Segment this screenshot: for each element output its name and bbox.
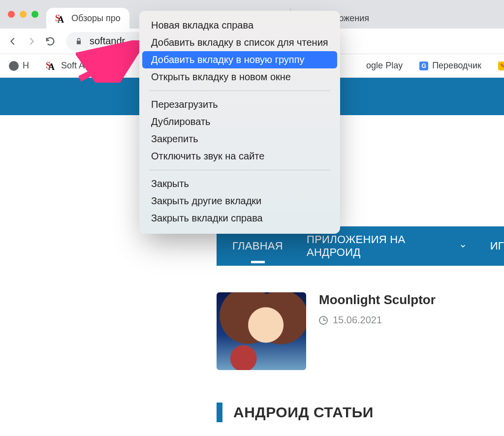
chevron-down-icon <box>459 242 467 250</box>
annotation-arrow <box>76 40 150 83</box>
window-controls <box>0 0 46 29</box>
ctx-close-others[interactable]: Закрыть другие вкладки <box>142 192 337 210</box>
tab-context-menu: Новая вкладка справа Добавить вкладку в … <box>139 11 340 234</box>
reload-button[interactable] <box>44 35 56 47</box>
ctx-add-reading-list[interactable]: Добавить вкладку в список для чтения <box>142 34 337 51</box>
section-heading: АНДРОИД СТАТЬИ <box>217 403 374 422</box>
back-button[interactable] <box>7 35 19 47</box>
minimize-window-button[interactable] <box>20 11 27 18</box>
bookmark-label: H <box>23 61 29 71</box>
nav-label: ПРИЛОЖЕНИЯ НА АНДРОИД <box>307 233 454 259</box>
nav-home[interactable]: ГЛАВНАЯ <box>232 240 283 252</box>
forward-button[interactable] <box>26 35 37 47</box>
favicon-sa-icon: S <box>46 61 57 71</box>
ctx-add-to-group[interactable]: Добавить вкладку в новую группу <box>142 51 337 68</box>
bookmark-label: ogle Play <box>366 61 403 71</box>
article-date: 15.06.2021 <box>319 314 436 326</box>
ctx-separator <box>149 170 330 170</box>
ctx-separator <box>149 91 330 91</box>
ctx-close[interactable]: Закрыть <box>142 175 337 192</box>
clock-icon <box>319 316 328 325</box>
bookmark-google-play[interactable]: ogle Play <box>362 59 407 73</box>
bookmark-translate[interactable]: GПереводчик <box>415 59 485 73</box>
close-window-button[interactable] <box>8 11 15 18</box>
nav-apps[interactable]: ПРИЛОЖЕНИЯ НА АНДРОИД <box>307 233 467 259</box>
bookmark-h[interactable]: H <box>5 59 33 73</box>
ctx-open-new-window[interactable]: Открыть вкладку в новом окне <box>142 68 337 86</box>
bookmark-label: Переводчик <box>432 61 481 71</box>
ctx-new-tab-right[interactable]: Новая вкладка справа <box>142 17 337 34</box>
ctx-pin[interactable]: Закрепить <box>142 130 337 148</box>
ctx-duplicate[interactable]: Дублировать <box>142 113 337 130</box>
article-card[interactable]: Moonlight Sculptor 15.06.2021 <box>217 292 436 370</box>
nav-label: ГЛАВНАЯ <box>232 240 283 252</box>
keep-icon: ✎ <box>498 62 504 70</box>
nav-label: ИГ <box>490 240 504 252</box>
maximize-window-button[interactable] <box>32 11 38 18</box>
translate-icon: G <box>419 62 428 70</box>
heading-accent <box>217 403 222 422</box>
heading-text: АНДРОИД СТАТЬИ <box>233 404 374 421</box>
ctx-close-right[interactable]: Закрыть вкладки справа <box>142 210 337 227</box>
bookmark-go[interactable]: ✎Go <box>494 59 504 73</box>
tab-title: Обзоры про <box>71 13 121 24</box>
favicon-sa-icon: S <box>55 13 66 24</box>
globe-icon <box>9 61 19 71</box>
ctx-mute-site[interactable]: Отключить звук на сайте <box>142 148 337 165</box>
article-thumbnail <box>217 292 306 370</box>
article-title: Moonlight Sculptor <box>319 292 436 308</box>
date-text: 15.06.2021 <box>333 314 382 326</box>
ctx-reload[interactable]: Перезагрузить <box>142 96 337 113</box>
nav-games[interactable]: ИГ <box>490 240 504 252</box>
tab-active[interactable]: S Обзоры про <box>46 8 129 29</box>
